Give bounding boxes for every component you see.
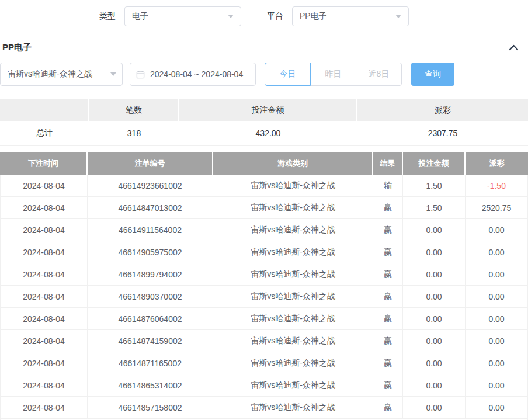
caret-down-icon — [395, 15, 401, 18]
table-row: 2024-08-04 46614865314002 宙斯vs哈迪斯-众神之战 赢… — [0, 374, 528, 397]
game-filter-select[interactable]: 宙斯vs哈迪斯-众神之战 — [0, 63, 123, 86]
cell-order-no: 46614899794002 — [88, 263, 213, 286]
calendar-icon — [136, 70, 145, 79]
cell-game: 宙斯vs哈迪斯-众神之战 — [213, 219, 373, 241]
cell-bet-amount: 0.00 — [403, 286, 466, 308]
cell-payout: 0.00 — [466, 308, 528, 330]
cell-bet-amount: 0.00 — [403, 352, 466, 374]
cell-bet-amount: 0.00 — [403, 263, 466, 286]
today-button[interactable]: 今日 — [265, 63, 311, 86]
cell-order-no: 46614874159002 — [88, 330, 213, 352]
cell-order-no: 46614857158002 — [88, 397, 213, 419]
summary-total-bet-amount: 432.00 — [179, 121, 357, 146]
caret-down-icon — [228, 15, 234, 18]
header-game-category: 游戏类别 — [213, 152, 373, 175]
section-title: PP电子 — [2, 42, 32, 53]
cell-bet-time: 2024-08-04 — [0, 352, 88, 374]
header-bet-amount: 投注金额 — [403, 152, 466, 175]
cell-result: 赢 — [373, 263, 403, 286]
platform-select[interactable]: PP电子 — [292, 6, 409, 26]
cell-game: 宙斯vs哈迪斯-众神之战 — [213, 241, 373, 263]
summary-total-count: 318 — [89, 121, 179, 146]
cell-result: 输 — [373, 175, 403, 197]
cell-order-no: 46614847013002 — [88, 197, 213, 219]
caret-down-icon — [110, 72, 116, 76]
table-row: 2024-08-04 46614857158002 宙斯vs哈迪斯-众神之战 赢… — [0, 397, 528, 419]
cell-game: 宙斯vs哈迪斯-众神之战 — [213, 263, 373, 286]
cell-result: 赢 — [373, 286, 403, 308]
table-row: 2024-08-04 46614871165002 宙斯vs哈迪斯-众神之战 赢… — [0, 352, 528, 374]
summary-header-empty — [0, 99, 89, 121]
cell-order-no: 46614905975002 — [88, 241, 213, 263]
cell-bet-time: 2024-08-04 — [0, 219, 88, 241]
cell-game: 宙斯vs哈迪斯-众神之战 — [213, 352, 373, 374]
cell-order-no: 46614871165002 — [88, 352, 213, 374]
header-result: 结果 — [373, 152, 403, 175]
header-order-no: 注单编号 — [88, 152, 213, 175]
cell-game: 宙斯vs哈迪斯-众神之战 — [213, 286, 373, 308]
cell-game: 宙斯vs哈迪斯-众神之战 — [213, 374, 373, 397]
table-row: 2024-08-04 46614905975002 宙斯vs哈迪斯-众神之战 赢… — [0, 241, 528, 263]
cell-bet-time: 2024-08-04 — [0, 397, 88, 419]
collapse-button[interactable] — [509, 44, 519, 51]
header-bet-time: 下注时间 — [0, 152, 88, 175]
cell-bet-amount: 0.00 — [403, 330, 466, 352]
cell-bet-time: 2024-08-04 — [0, 308, 88, 330]
last8days-button[interactable]: 近8日 — [356, 63, 402, 86]
bet-table: 下注时间 注单编号 游戏类别 结果 投注金额 派彩 2024-08-04 466… — [0, 152, 528, 420]
cell-bet-amount: 0.00 — [403, 308, 466, 330]
table-row: 2024-08-04 46614847013002 宙斯vs哈迪斯-众神之战 赢… — [0, 197, 528, 219]
cell-bet-time: 2024-08-04 — [0, 330, 88, 352]
cell-order-no: 46614890370002 — [88, 286, 213, 308]
cell-bet-amount: 0.00 — [403, 241, 466, 263]
table-row: 2024-08-04 46614911564002 宙斯vs哈迪斯-众神之战 赢… — [0, 219, 528, 241]
platform-select-value: PP电子 — [300, 11, 327, 22]
query-bar: 宙斯vs哈迪斯-众神之战 2024-08-04 ~ 2024-08-04 今日 … — [0, 63, 528, 86]
cell-game: 宙斯vs哈迪斯-众神之战 — [213, 330, 373, 352]
cell-result: 赢 — [373, 308, 403, 330]
cell-bet-amount: 0.00 — [403, 219, 466, 241]
table-row: 2024-08-04 46614890370002 宙斯vs哈迪斯-众神之战 赢… — [0, 286, 528, 308]
table-row: 2024-08-04 46614899794002 宙斯vs哈迪斯-众神之战 赢… — [0, 263, 528, 286]
summary-header-count: 笔数 — [89, 99, 179, 121]
cell-payout: 0.00 — [466, 241, 528, 263]
date-range-input[interactable]: 2024-08-04 ~ 2024-08-04 — [130, 63, 256, 86]
section-header: PP电子 — [0, 33, 528, 61]
type-select-value: 电子 — [132, 11, 148, 22]
cell-game: 宙斯vs哈迪斯-众神之战 — [213, 197, 373, 219]
cell-payout: -1.50 — [466, 175, 528, 197]
cell-bet-amount: 1.50 — [403, 197, 466, 219]
cell-payout: 0.00 — [466, 219, 528, 241]
cell-order-no: 46614865314002 — [88, 374, 213, 397]
cell-bet-amount: 1.50 — [403, 175, 466, 197]
chevron-up-icon — [509, 44, 519, 51]
cell-payout: 0.00 — [466, 397, 528, 419]
cell-game: 宙斯vs哈迪斯-众神之战 — [213, 308, 373, 330]
game-filter-value: 宙斯vs哈迪斯-众神之战 — [8, 69, 92, 79]
summary-header-payout: 派彩 — [357, 99, 528, 121]
cell-payout: 0.00 — [466, 263, 528, 286]
cell-bet-time: 2024-08-04 — [0, 374, 88, 397]
cell-result: 赢 — [373, 241, 403, 263]
cell-bet-time: 2024-08-04 — [0, 263, 88, 286]
summary-total-label: 总计 — [0, 121, 89, 146]
cell-payout: 0.00 — [466, 330, 528, 352]
cell-bet-time: 2024-08-04 — [0, 286, 88, 308]
cell-bet-time: 2024-08-04 — [0, 241, 88, 263]
summary-header-bet-amount: 投注金额 — [179, 99, 357, 121]
cell-result: 赢 — [373, 219, 403, 241]
search-button[interactable]: 查询 — [411, 63, 454, 86]
cell-result: 赢 — [373, 330, 403, 352]
top-filter-bar: 类型 电子 平台 PP电子 — [0, 0, 528, 33]
table-row: 2024-08-04 46614876064002 宙斯vs哈迪斯-众神之战 赢… — [0, 308, 528, 330]
cell-payout: 0.00 — [466, 352, 528, 374]
cell-result: 赢 — [373, 352, 403, 374]
cell-payout: 2520.75 — [466, 197, 528, 219]
cell-result: 赢 — [373, 397, 403, 419]
type-select[interactable]: 电子 — [124, 6, 241, 26]
cell-bet-time: 2024-08-04 — [0, 175, 88, 197]
summary-table: 笔数 投注金额 派彩 总计 318 432.00 2307.75 — [0, 99, 528, 146]
yesterday-button[interactable]: 昨日 — [310, 63, 356, 86]
date-range-value: 2024-08-04 ~ 2024-08-04 — [150, 70, 243, 79]
cell-order-no: 46614911564002 — [88, 219, 213, 241]
